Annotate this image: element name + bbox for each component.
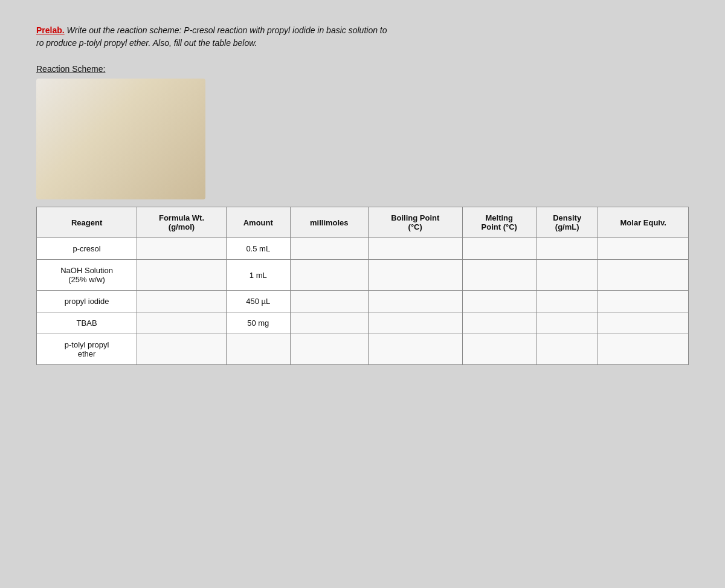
mp-propyl-iodide xyxy=(462,291,536,312)
table-header-row: Reagent Formula Wt.(g/mol) Amount millim… xyxy=(37,207,689,238)
col-header-amount: Amount xyxy=(226,207,290,238)
bp-product xyxy=(368,334,462,365)
molar-equiv-tbab xyxy=(598,312,689,334)
formula-wt-naoh xyxy=(137,260,227,291)
density-naoh xyxy=(536,260,598,291)
density-propyl-iodide xyxy=(536,291,598,312)
reagent-pcresol: p-cresol xyxy=(37,238,137,260)
reagent-table: Reagent Formula Wt.(g/mol) Amount millim… xyxy=(36,207,689,365)
col-header-reagent: Reagent xyxy=(37,207,137,238)
formula-wt-propyl-iodide xyxy=(137,291,227,312)
table-row: TBAB 50 mg xyxy=(37,312,689,334)
density-product xyxy=(536,334,598,365)
instruction-text: Write out the reaction scheme: P-cresol … xyxy=(36,25,387,48)
density-pcresol xyxy=(536,238,598,260)
mp-tbab xyxy=(462,312,536,334)
mp-product xyxy=(462,334,536,365)
millimoles-propyl-iodide xyxy=(290,291,368,312)
molar-equiv-pcresol xyxy=(598,238,689,260)
molar-equiv-naoh xyxy=(598,260,689,291)
millimoles-tbab xyxy=(290,312,368,334)
instructions-block: Prelab. Write out the reaction scheme: P… xyxy=(36,24,689,50)
bp-pcresol xyxy=(368,238,462,260)
millimoles-pcresol xyxy=(290,238,368,260)
formula-wt-product xyxy=(137,334,227,365)
amount-tbab: 50 mg xyxy=(226,312,290,334)
table-row: propyl iodide 450 µL xyxy=(37,291,689,312)
millimoles-naoh xyxy=(290,260,368,291)
page-container: Prelab. Write out the reaction scheme: P… xyxy=(0,0,725,588)
table-row: p-cresol 0.5 mL xyxy=(37,238,689,260)
table-row: NaOH Solution(25% w/w) 1 mL xyxy=(37,260,689,291)
amount-naoh: 1 mL xyxy=(226,260,290,291)
molar-equiv-propyl-iodide xyxy=(598,291,689,312)
bp-propyl-iodide xyxy=(368,291,462,312)
bp-tbab xyxy=(368,312,462,334)
millimoles-product xyxy=(290,334,368,365)
col-header-molar-equiv: Molar Equiv. xyxy=(598,207,689,238)
amount-pcresol: 0.5 mL xyxy=(226,238,290,260)
amount-product xyxy=(226,334,290,365)
col-header-boiling-point: Boiling Point(°C) xyxy=(368,207,462,238)
prelab-label: Prelab. xyxy=(36,25,65,35)
reaction-scheme-label: Reaction Scheme: xyxy=(36,64,689,74)
reagent-naoh: NaOH Solution(25% w/w) xyxy=(37,260,137,291)
reagent-propyl-iodide: propyl iodide xyxy=(37,291,137,312)
col-header-millimoles: millimoles xyxy=(290,207,368,238)
col-header-density: Density(g/mL) xyxy=(536,207,598,238)
reagent-product: p-tolyl propylether xyxy=(37,334,137,365)
table-section: Reagent Formula Wt.(g/mol) Amount millim… xyxy=(36,207,689,365)
formula-wt-tbab xyxy=(137,312,227,334)
density-tbab xyxy=(536,312,598,334)
mp-pcresol xyxy=(462,238,536,260)
reagent-tbab: TBAB xyxy=(37,312,137,334)
col-header-formula-wt: Formula Wt.(g/mol) xyxy=(137,207,227,238)
table-row: p-tolyl propylether xyxy=(37,334,689,365)
mp-naoh xyxy=(462,260,536,291)
col-header-melting-point: MeltingPoint (°C) xyxy=(462,207,536,238)
bp-naoh xyxy=(368,260,462,291)
molar-equiv-product xyxy=(598,334,689,365)
amount-propyl-iodide: 450 µL xyxy=(226,291,290,312)
decorative-bar xyxy=(36,79,205,199)
formula-wt-pcresol xyxy=(137,238,227,260)
